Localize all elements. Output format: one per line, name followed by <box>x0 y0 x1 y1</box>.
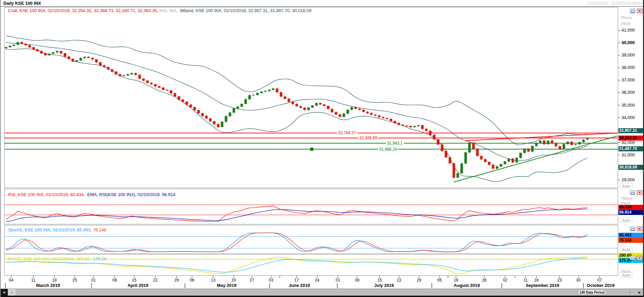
xaxis-date-label: 08 <box>355 278 359 283</box>
stoch-legend: StochS, KSE 100 INX, 02/10/2019, 85.493,… <box>8 227 106 232</box>
price-axis-tick: 38,000 <box>621 65 635 70</box>
xaxis-month-label: May 2019 <box>217 283 236 288</box>
price-value-badge: 32,957.31 <box>618 128 644 133</box>
macd-legend-segment: MACD, KSE 100 INX, 02/10/2019, 280.60, <box>8 256 93 261</box>
price-axis-title: PKR <box>621 21 630 26</box>
xaxis-month-label: September 2019 <box>526 283 559 288</box>
price-level-label: 32,366.99 <box>358 136 378 140</box>
xaxis-date-label: 08 <box>112 278 117 283</box>
xaxis-date-label: 29 <box>417 278 421 283</box>
xaxis-month-label: August 2019 <box>454 283 480 288</box>
price-auto-scale-button[interactable]: Auto <box>620 183 633 188</box>
price-axis-tick: 37,000 <box>621 77 635 82</box>
xaxis-date-label: 24 <box>315 278 319 283</box>
price-axis-tick: 40,000 <box>621 40 635 45</box>
xaxis-month-label: July 2019 <box>374 283 394 288</box>
price-axis-tick: 39,000 <box>621 52 635 58</box>
stoch-minimize-button[interactable] <box>630 227 635 231</box>
price-axis-tick: 31,000 <box>621 152 635 157</box>
rsi-legend: RSI, KSE 100 INX, 02/10/2019, 60.434, EM… <box>8 192 175 197</box>
price-close-button[interactable]: ✕ <box>637 9 642 13</box>
macd-legend: MACD, KSE 100 INX, 02/10/2019, 280.60, 1… <box>8 256 106 261</box>
rsi-legend-segment: EMA, RSI(KSE 100 INX), 02/10/2019, 56.91… <box>87 192 176 197</box>
xaxis-month-label: March 2019 <box>36 283 60 288</box>
price-axis-tick: 32,000 <box>621 140 635 145</box>
xaxis-date-label: 23 <box>557 278 562 283</box>
xaxis-month-label: June 2019 <box>289 283 310 288</box>
macd-close-button[interactable]: ✕ <box>637 256 642 260</box>
xaxis-month-label: October 2019 <box>587 283 614 288</box>
xaxis-date-label: 11 <box>524 278 528 283</box>
xaxis-date-label: 03 <box>269 278 273 283</box>
xaxis-date-label: 25 <box>72 278 77 283</box>
price-level-label: 31,466.24 <box>378 147 398 152</box>
xaxis-date-label: 06 <box>190 278 194 283</box>
rsi-auto-scale-button[interactable]: Auto <box>620 218 633 223</box>
price-axis-tick: 41,000 <box>621 28 635 33</box>
stoch-value-badge: 76.148 <box>618 238 644 243</box>
xaxis-date-label: 05 <box>437 278 442 283</box>
xaxis-month-label: April 2019 <box>127 283 148 288</box>
rsi-legend-segment: RSI, KSE 100 INX, 02/10/2019, 60.434, <box>8 192 87 197</box>
xaxis-date-label: 01 <box>91 278 96 283</box>
price-value-badge: 30,018.09 <box>618 165 644 170</box>
xaxis-date-label: 22 <box>397 278 401 283</box>
price-axis-tick: 36,000 <box>621 90 635 95</box>
rsi-axis-title: Value <box>621 196 633 201</box>
price-axis-tick: 34,000 <box>621 115 635 120</box>
rsi-value-badge: 60.434 <box>618 205 644 210</box>
price-axis-tick: 29,000 <box>621 177 635 182</box>
xaxis-date-label: 02 <box>503 278 507 283</box>
xaxis-date-label: 07 <box>597 278 602 283</box>
xaxis-date-label: 26 <box>482 278 486 283</box>
rsi-close-button[interactable]: ✕ <box>637 190 642 195</box>
xaxis-date-label: 30 <box>576 278 580 283</box>
price-panel[interactable] <box>4 7 618 188</box>
panels-layer <box>1 0 644 297</box>
stoch-legend-segment: 76.148 <box>93 227 106 232</box>
xaxis-date-label: 22 <box>153 278 157 283</box>
xaxis-date-label: 13 <box>211 278 215 283</box>
xaxis-date-label: 01 <box>336 278 340 283</box>
stoch-legend-segment: StochS, KSE 100 INX, 02/10/2019, 85.493, <box>8 227 93 232</box>
price-legend: Cndl, KSE 100 INX, 02/10/2019, 32,254.32… <box>8 8 311 13</box>
xaxis-date-label: 16 <box>534 278 538 283</box>
price-axis-title: Price <box>621 15 632 20</box>
xaxis-date-label: 15 <box>132 278 136 283</box>
stoch-close-button[interactable]: ✕ <box>637 227 642 231</box>
rsi-minimize-button[interactable] <box>630 190 635 195</box>
xaxis-date-label: 15 <box>377 278 382 283</box>
price-legend-segment: Cndl, KSE 100 INX, 02/10/2019, 32,254.32… <box>8 8 159 13</box>
stoch-value-badge: 85.493 <box>618 233 644 238</box>
xaxis-date-label: 17 <box>294 278 299 283</box>
xaxis-date-label: 18 <box>52 278 56 283</box>
stoch-auto-scale-button[interactable]: Auto <box>620 247 633 252</box>
price-legend-segment: N/A, N/A, <box>159 8 180 13</box>
price-level-label: 32,764.37 <box>337 131 357 135</box>
macd-minimize-button[interactable] <box>630 256 635 260</box>
price-axis-tick: 35,000 <box>621 103 635 108</box>
price-value-badge: 32,363.35 <box>618 136 644 141</box>
price-value-badge: 31,487.70 <box>618 146 644 151</box>
chart-window: Daily KSE 100 INX 01/03/2019 - 11/10/201… <box>0 0 644 297</box>
xaxis-date-label: 16 <box>454 278 458 283</box>
rsi-value-badge: 56.914 <box>618 210 644 215</box>
macd-legend-segment: 175.29 <box>93 256 106 261</box>
xaxis-date-label: 04 <box>9 278 13 283</box>
price-minimize-button[interactable] <box>630 9 635 13</box>
xaxis-date-label: 11 <box>31 278 35 283</box>
xaxis-date-label: 20 <box>231 278 236 283</box>
price-level-label: 31,943.1 <box>386 141 404 146</box>
xaxis-date-label: 29 <box>174 278 179 283</box>
xaxis-date-label: 27 <box>250 278 254 283</box>
price-legend-segment: BBand, KSE 100 INX, 02/10/2019, 32,957.3… <box>180 8 311 13</box>
macd-auto-scale-button[interactable]: Auto <box>620 272 633 277</box>
